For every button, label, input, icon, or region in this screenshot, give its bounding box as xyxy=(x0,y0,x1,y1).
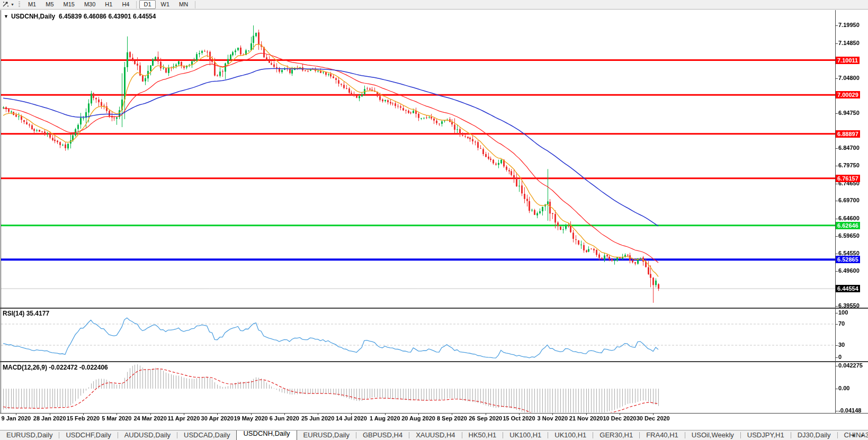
date-axis-label: 15 Oct 2020 xyxy=(503,415,535,421)
price-axis-tick-label: 6.49600 xyxy=(838,267,860,274)
symbol-tab-uk100-h1[interactable]: UK100,H1 xyxy=(548,430,593,440)
timeframe-button-M1[interactable]: M1 xyxy=(24,0,40,9)
timeframe-button-D1[interactable]: D1 xyxy=(139,0,155,9)
price-axis-tick-label: 6.84700 xyxy=(838,145,860,151)
level-price-label: 7.10011 xyxy=(836,57,860,64)
date-axis-label: 28 Jan 2020 xyxy=(33,415,66,421)
symbol-tab-usdcnh-daily[interactable]: USDCNH,Daily xyxy=(236,430,297,440)
rsi-axis-tick-label: 100 xyxy=(838,309,848,316)
tab-scroll-arrows: ◄ ► xyxy=(851,432,865,438)
date-axis-label: 8 Sep 2020 xyxy=(437,415,467,421)
rsi-axis-tick-label: 70 xyxy=(838,320,845,327)
symbol-tab-usdjpy-h1[interactable]: USDJPY,H1 xyxy=(741,430,791,440)
toolbar-separator xyxy=(136,1,137,8)
level-price-label: 6.62646 xyxy=(836,222,860,229)
symbol-tab-usoil-weekly[interactable]: USOil,Weekly xyxy=(685,430,740,440)
date-axis-label: 6 Jun 2020 xyxy=(270,415,299,421)
price-axis-tick-label: 6.79750 xyxy=(838,162,860,169)
symbol-tab-hk50-h1[interactable]: HK50,H1 xyxy=(462,430,503,440)
macd-indicator-label: MACD(12,26,9) -0.022472 -0.022406 xyxy=(3,364,108,371)
date-axis-label: 26 Sep 2020 xyxy=(469,415,502,421)
symbol-tab-eurusd-daily[interactable]: EURUSD,Daily xyxy=(0,430,59,440)
scroll-tabs-right-icon[interactable]: ► xyxy=(861,432,865,438)
symbol-tab-uk100-h1[interactable]: UK100,H1 xyxy=(503,430,548,440)
price-axis-tick-label: 7.14850 xyxy=(838,40,860,47)
rsi-axis-tick-label: 30 xyxy=(838,342,845,348)
date-axis-label: 9 Jan 2020 xyxy=(2,415,31,421)
symbol-tab-dj30-daily[interactable]: DJ30,Daily xyxy=(791,430,837,440)
level-price-label: 6.52865 xyxy=(836,256,860,263)
scroll-tabs-left-icon[interactable]: ◄ xyxy=(851,432,855,438)
symbol-tab-audusd-daily[interactable]: AUDUSD,Daily xyxy=(118,430,177,440)
price-axis-tick-label: 7.04800 xyxy=(838,75,860,82)
chart-symbol-period: USDCNH,Daily xyxy=(11,13,55,20)
price-axis-tick-label: 7.19950 xyxy=(838,22,860,29)
date-axis-label: 15 Feb 2020 xyxy=(67,415,100,421)
current-price-label: 6.44554 xyxy=(836,285,860,292)
date-axis-label: 21 Nov 2020 xyxy=(569,415,603,421)
timeframe-button-MN[interactable]: MN xyxy=(175,0,192,9)
date-axis-label: 30 Apr 2020 xyxy=(201,415,234,421)
date-axis-label: 11 Apr 2020 xyxy=(168,415,200,421)
macd-axis-tick-label: 0.042275 xyxy=(838,362,863,369)
rsi-indicator-label: RSI(14) 35.4177 xyxy=(3,310,49,317)
date-axis-label: 30 Dec 2020 xyxy=(637,415,670,421)
chart-collapse-icon[interactable]: ▼ xyxy=(4,14,8,19)
timeframe-button-M5[interactable]: M5 xyxy=(41,0,58,9)
date-axis-label: 20 Aug 2020 xyxy=(401,415,435,421)
toolbar-separator xyxy=(195,1,195,8)
timeframe-button-H1[interactable]: H1 xyxy=(101,0,117,9)
level-price-label: 7.00029 xyxy=(836,91,860,98)
symbol-tab-usdcad-daily[interactable]: USDCAD,Daily xyxy=(177,430,236,440)
symbol-tab-xauusd-h4[interactable]: XAUUSD,H4 xyxy=(409,430,461,440)
date-axis-label: 3 Nov 2020 xyxy=(538,415,568,421)
timeframe-toolbar: ▼ M1M5M15M30H1H4D1W1MN xyxy=(0,0,868,10)
cursor-tool-icon xyxy=(2,0,9,10)
date-axis-label: 14 Jul 2020 xyxy=(336,415,367,421)
date-axis-label: 5 Mar 2020 xyxy=(102,415,131,421)
symbol-tab-eurusd-daily[interactable]: EURUSD,Daily xyxy=(297,430,356,440)
price-axis-tick-label: 6.59650 xyxy=(838,232,860,239)
cursor-tool-button[interactable]: ▼ xyxy=(0,1,16,9)
date-axis-label: 25 Jun 2020 xyxy=(301,415,334,421)
symbol-tabbar: EURUSD,DailyUSDCHF,DailyAUDUSD,DailyUSDC… xyxy=(0,430,868,440)
macd-axis-tick-label: -0.04148 xyxy=(838,407,861,414)
price-axis-tick-label: 6.69700 xyxy=(838,197,860,204)
date-axis-label: 19 May 2020 xyxy=(234,415,267,421)
timeframe-button-M30[interactable]: M30 xyxy=(80,0,100,9)
date-axis-label: 24 Mar 2020 xyxy=(133,415,166,421)
timeframe-button-H4[interactable]: H4 xyxy=(118,0,133,9)
price-axis-tick-label: 6.39550 xyxy=(838,302,860,309)
symbol-tab-fra40-h1[interactable]: FRA40,H1 xyxy=(640,430,685,440)
date-axis-label: 10 Dec 2020 xyxy=(603,415,636,421)
level-price-label: 6.88897 xyxy=(836,130,860,138)
price-chart-canvas[interactable] xyxy=(0,0,868,440)
price-axis-tick-label: 6.94750 xyxy=(838,110,860,116)
price-axis-tick-label: 6.64600 xyxy=(838,215,860,222)
timeframe-button-W1[interactable]: W1 xyxy=(157,0,174,9)
chart-ohlc-values: 6.45839 6.46086 6.43901 6.44554 xyxy=(59,13,156,20)
symbol-tab-ger30-h1[interactable]: GER30,H1 xyxy=(593,430,639,440)
toolbar-grip-handle[interactable] xyxy=(19,2,20,8)
date-axis-label: 1 Aug 2020 xyxy=(370,415,400,421)
symbol-tab-usdchf-daily[interactable]: USDCHF,Daily xyxy=(59,430,117,440)
symbol-tab-gbpusd-h4[interactable]: GBPUSD,H4 xyxy=(356,430,409,440)
timeframe-button-M15[interactable]: M15 xyxy=(59,0,79,9)
chart-title: ▼USDCNH,Daily 6.45839 6.46086 6.43901 6.… xyxy=(4,13,156,20)
macd-axis-tick-label: 0.00 xyxy=(838,385,849,392)
chevron-down-icon: ▼ xyxy=(11,3,14,6)
rsi-axis-tick-label: 0 xyxy=(838,354,842,361)
level-price-label: 6.76157 xyxy=(836,175,860,182)
